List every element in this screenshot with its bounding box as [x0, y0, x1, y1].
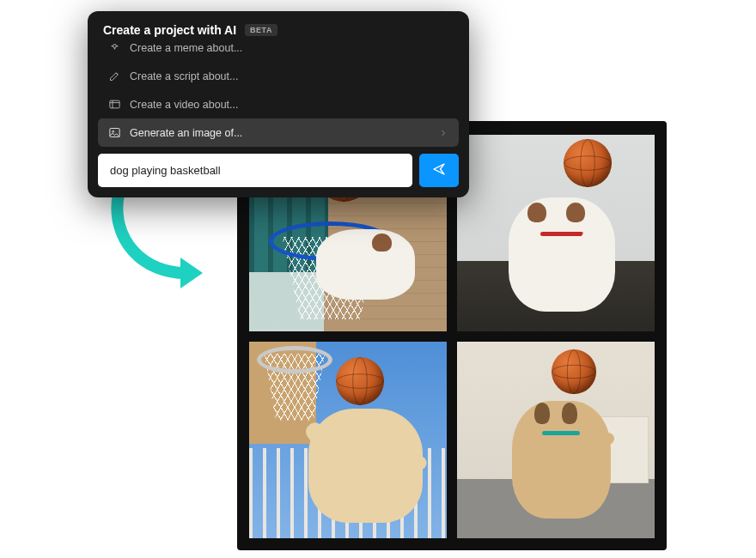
- svg-point-2: [113, 130, 114, 132]
- option-label: Create a meme about...: [130, 44, 242, 54]
- send-button[interactable]: [419, 154, 459, 187]
- svg-rect-0: [110, 100, 119, 108]
- beta-badge: BETA: [245, 24, 277, 36]
- result-image-4[interactable]: [457, 342, 655, 538]
- ai-project-dialog: Create a project with AI BETA Create a m…: [88, 11, 469, 197]
- chevron-right-icon: [438, 128, 448, 138]
- prompt-input[interactable]: [98, 154, 412, 187]
- option-create-script[interactable]: Create a script about...: [98, 62, 459, 90]
- option-create-video[interactable]: Create a video about...: [98, 90, 459, 118]
- flow-arrow: [101, 187, 213, 299]
- option-label: Create a video about...: [130, 99, 238, 111]
- dialog-header: Create a project with AI BETA: [98, 21, 459, 44]
- video-icon: [108, 98, 121, 111]
- input-row: [98, 154, 459, 187]
- sparkle-icon: [108, 44, 121, 54]
- options-list: Create a meme about... Create a script a…: [98, 44, 459, 147]
- result-image-2[interactable]: [457, 135, 655, 331]
- dialog-title: Create a project with AI: [103, 23, 236, 37]
- result-image-3[interactable]: [249, 342, 447, 538]
- option-label: Generate an image of...: [130, 127, 242, 139]
- image-icon: [108, 126, 121, 139]
- edit-icon: [108, 70, 121, 82]
- option-label: Create a script about...: [130, 70, 238, 82]
- option-generate-image[interactable]: Generate an image of...: [98, 118, 459, 147]
- option-create-meme[interactable]: Create a meme about...: [98, 44, 459, 62]
- send-icon: [431, 161, 447, 179]
